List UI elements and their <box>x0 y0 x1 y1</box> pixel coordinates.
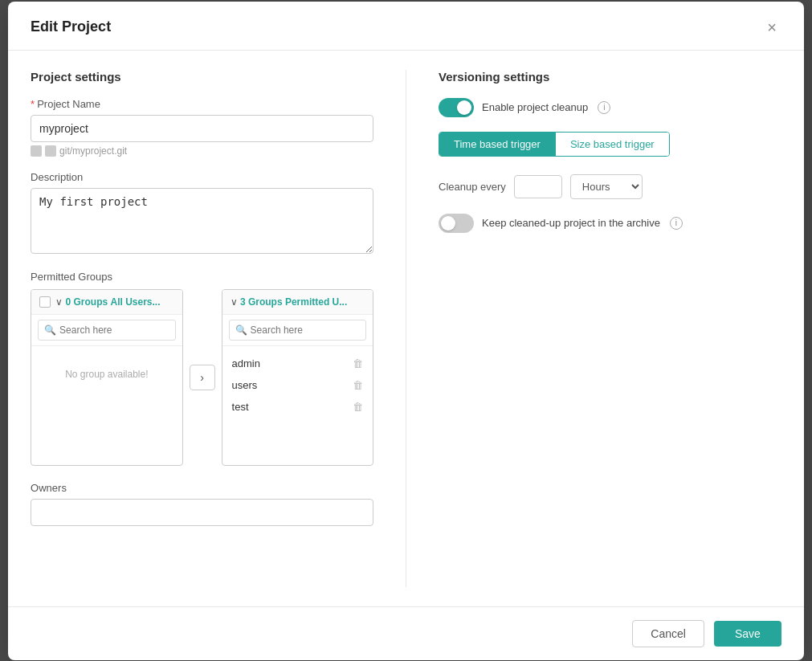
permitted-groups-search[interactable] <box>229 320 366 341</box>
save-button[interactable]: Save <box>714 621 781 647</box>
all-groups-checkbox[interactable] <box>39 296 51 308</box>
modal-title: Edit Project <box>31 18 111 35</box>
enable-cleanup-row: Enable project cleanup i <box>439 98 781 117</box>
git-url: git/myproject.git <box>31 145 373 157</box>
project-name-label: *Project Name <box>31 98 373 110</box>
owners-label: Owners <box>31 482 373 494</box>
delete-group-icon[interactable]: 🗑 <box>353 379 363 391</box>
available-groups-search[interactable] <box>38 320 175 341</box>
delete-group-icon[interactable]: 🗑 <box>353 401 363 413</box>
project-name-input[interactable] <box>31 115 373 142</box>
versioning-settings-title: Versioning settings <box>439 70 781 84</box>
right-panel: Versioning settings Enable project clean… <box>406 70 781 587</box>
archive-label: Keep cleaned-up project in the archive <box>482 217 660 229</box>
edit-project-modal: Edit Project × Project settings *Project… <box>8 2 804 660</box>
owners-section: Owners <box>31 482 373 526</box>
modal-overlay: Edit Project × Project settings *Project… <box>0 0 812 661</box>
close-button[interactable]: × <box>762 18 781 37</box>
available-groups-search-wrapper: 🔍 <box>31 315 182 346</box>
list-item: admin🗑 <box>222 353 373 374</box>
modal-header: Edit Project × <box>8 2 804 51</box>
no-group-message: No group available! <box>31 353 182 396</box>
modal-footer: Cancel Save <box>8 606 804 660</box>
required-indicator: * <box>31 98 35 110</box>
permitted-groups-search-wrapper: 🔍 <box>222 315 373 346</box>
git-icon2 <box>45 145 56 157</box>
permitted-groups-label: Permitted Groups <box>31 271 373 283</box>
available-groups-list: No group available! <box>31 346 182 465</box>
available-groups-header: ∨ 0 Groups All Users... <box>31 290 182 315</box>
left-panel: Project settings *Project Name git/mypro… <box>31 70 373 587</box>
cleanup-every-label: Cleanup every <box>439 181 506 193</box>
hours-select[interactable]: Hours Days Weeks <box>570 174 643 199</box>
cancel-button[interactable]: Cancel <box>632 620 704 647</box>
description-label: Description <box>31 171 373 183</box>
cleanup-interval-input[interactable] <box>514 175 562 198</box>
archive-row: Keep cleaned-up project in the archive i <box>439 214 781 233</box>
search-icon-left: 🔍 <box>44 324 56 336</box>
search-icon-right: 🔍 <box>235 324 247 336</box>
git-icon <box>31 145 42 157</box>
enable-cleanup-label: Enable project cleanup <box>482 101 588 113</box>
tab-time-based[interactable]: Time based trigger <box>439 133 555 156</box>
list-item: users🗑 <box>222 374 373 396</box>
transfer-button[interactable]: › <box>190 365 215 390</box>
delete-group-icon[interactable]: 🗑 <box>353 357 363 369</box>
available-groups-title: ∨ 0 Groups All Users... <box>55 296 160 308</box>
list-item: test🗑 <box>222 396 373 418</box>
enable-cleanup-info-icon: i <box>598 101 610 114</box>
groups-transfer: ∨ 0 Groups All Users... 🔍 No group avail… <box>31 289 373 466</box>
available-groups-box: ∨ 0 Groups All Users... 🔍 No group avail… <box>31 289 182 466</box>
archive-toggle[interactable] <box>439 214 474 233</box>
owners-input[interactable] <box>31 499 373 526</box>
tab-size-based[interactable]: Size based trigger <box>555 133 669 156</box>
permitted-groups-title: ∨ 3 Groups Permitted U... <box>231 296 348 308</box>
permitted-groups-box: ∨ 3 Groups Permitted U... 🔍 admin🗑users🗑… <box>222 289 373 466</box>
archive-info-icon: i <box>670 217 683 230</box>
enable-cleanup-toggle[interactable] <box>439 98 474 117</box>
project-settings-title: Project settings <box>31 70 373 84</box>
permitted-groups-list: admin🗑users🗑test🗑 <box>222 346 373 465</box>
description-input[interactable] <box>31 188 373 254</box>
permitted-groups-header: ∨ 3 Groups Permitted U... <box>222 290 373 315</box>
trigger-tabs: Time based trigger Size based trigger <box>439 132 670 157</box>
cleanup-every-row: Cleanup every Hours Days Weeks <box>439 174 781 199</box>
modal-body: Project settings *Project Name git/mypro… <box>8 51 804 606</box>
